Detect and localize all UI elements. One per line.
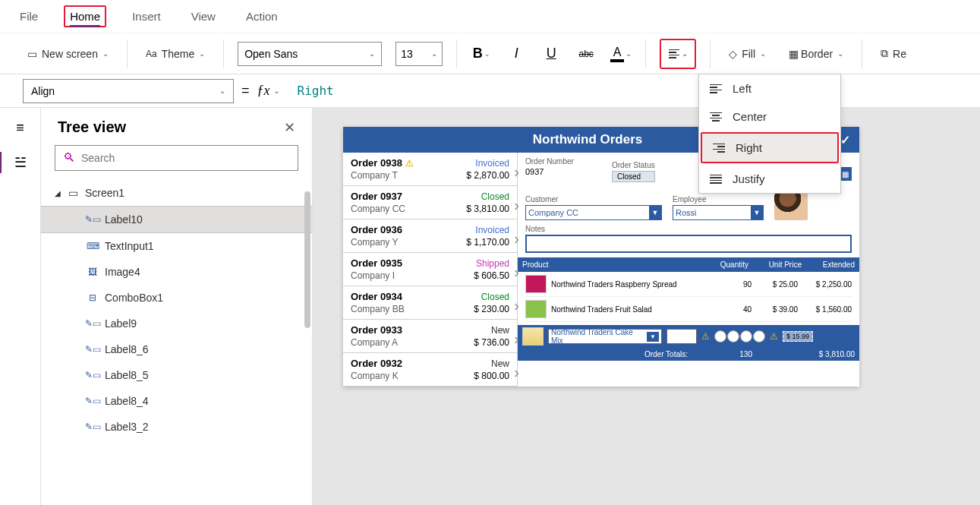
theme-button[interactable]: Aа Theme ⌄ bbox=[141, 45, 210, 63]
warning-icon: ⚠ bbox=[405, 158, 414, 169]
align-center-option[interactable]: Center bbox=[699, 103, 840, 131]
font-family-select[interactable]: Open Sans ⌄ bbox=[238, 42, 382, 66]
tree-node[interactable]: ✎▭Label9 bbox=[41, 311, 312, 336]
equals-sign: = bbox=[241, 83, 250, 99]
separator bbox=[862, 39, 862, 68]
align-dropdown-menu: Left Center Right Justify bbox=[698, 74, 841, 194]
tree-view-icon[interactable]: ☱ bbox=[11, 153, 30, 172]
label-icon: ✎▭ bbox=[87, 343, 99, 355]
order-row[interactable]: Order 0934 Company BBClosed$ 230.00› bbox=[343, 286, 517, 320]
new-screen-button[interactable]: ▭ New screen ⌄ bbox=[23, 45, 113, 63]
align-right-option[interactable]: Right bbox=[701, 132, 839, 163]
font-size-select[interactable]: 13 ⌄ bbox=[395, 42, 443, 66]
fill-button[interactable]: ◇ Fill ⌄ bbox=[724, 45, 770, 63]
underline-button[interactable]: U bbox=[540, 43, 562, 65]
tree-list: ◢ ▭ Screen1 ✎▭Label10⌨TextInput1🖼Image4⊟… bbox=[41, 180, 312, 440]
font-family-value: Open Sans bbox=[244, 48, 298, 60]
order-row[interactable]: Order 0937 Company CCClosed$ 3,810.00› bbox=[343, 186, 517, 219]
employee-value: Rossi bbox=[676, 208, 697, 217]
tree-node[interactable]: ✎▭Label10 bbox=[41, 206, 312, 233]
canvas: Northwind Orders ✕ ✓ Order 0938 ⚠Company… bbox=[313, 108, 980, 505]
order-row[interactable]: Order 0932 Company KNew$ 800.00› bbox=[343, 353, 517, 387]
font-color-button[interactable]: A ⌄ bbox=[610, 43, 632, 65]
label-icon: ✎▭ bbox=[87, 213, 99, 226]
tree-node[interactable]: ✎▭Label3_2 bbox=[41, 414, 312, 440]
menu-home[interactable]: Home bbox=[64, 5, 106, 27]
confirm-icon[interactable]: ✓ bbox=[840, 133, 850, 147]
order-name: Order 0932 bbox=[351, 358, 402, 369]
grid-header: Product Quantity Unit Price Extended bbox=[518, 257, 859, 272]
tree-node[interactable]: ✎▭Label8_5 bbox=[41, 362, 312, 388]
align-center-icon bbox=[710, 112, 722, 122]
tree-node[interactable]: ⌨TextInput1 bbox=[41, 233, 312, 259]
order-status-label: Order Status bbox=[612, 161, 655, 169]
align-left-option[interactable]: Left bbox=[699, 74, 840, 103]
tree-search[interactable]: 🔍︎ bbox=[55, 145, 298, 171]
separator bbox=[223, 39, 224, 68]
strikethrough-button[interactable]: abc bbox=[575, 43, 597, 65]
node-label: Label3_2 bbox=[105, 421, 149, 433]
chevron-right-icon: › bbox=[514, 297, 519, 314]
qty-input[interactable] bbox=[666, 329, 697, 344]
order-row[interactable]: Order 0935 Company IShipped$ 606.50› bbox=[343, 253, 517, 286]
tree-node[interactable]: ✎▭Label8_4 bbox=[41, 388, 312, 414]
order-name: Order 0936 bbox=[351, 224, 402, 235]
grid-row: Northwind Traders Fruit Salad40$ 39.00$ … bbox=[525, 297, 852, 322]
product-ext: $ 1,560.00 bbox=[802, 305, 852, 314]
menu-action[interactable]: Action bbox=[241, 7, 282, 26]
fx-label: ƒx ⌄ bbox=[257, 83, 279, 99]
bold-button[interactable]: B⌄ bbox=[471, 43, 492, 65]
tree-node-screen[interactable]: ◢ ▭ Screen1 bbox=[41, 180, 312, 206]
chevron-right-icon: › bbox=[514, 330, 519, 348]
stepper-controls[interactable] bbox=[714, 330, 765, 342]
align-dropdown-button[interactable]: ⌄ bbox=[660, 39, 696, 69]
order-status: Shipped bbox=[476, 258, 509, 269]
new-screen-label: New screen bbox=[42, 48, 98, 60]
property-value: Align bbox=[31, 85, 55, 97]
notes-input[interactable] bbox=[525, 235, 852, 253]
hdr-ext: Extended bbox=[802, 260, 855, 269]
order-row[interactable]: Order 0938 ⚠Company TInvoiced$ 2,870.00› bbox=[343, 153, 517, 186]
search-input[interactable] bbox=[81, 152, 290, 164]
tree-node[interactable]: ✎▭Label8_6 bbox=[41, 336, 312, 362]
menu-file[interactable]: File bbox=[15, 7, 43, 26]
order-status-chip: Closed bbox=[612, 171, 655, 182]
property-select[interactable]: Align ⌄ bbox=[23, 79, 234, 103]
scrollbar-thumb[interactable] bbox=[304, 191, 310, 328]
screen-icon: ▭ bbox=[67, 187, 79, 199]
product-qty: 40 bbox=[710, 305, 752, 314]
align-justify-option[interactable]: Justify bbox=[699, 165, 840, 193]
tree-node[interactable]: 🖼Image4 bbox=[41, 259, 312, 285]
fill-label: Fill bbox=[742, 48, 755, 60]
tree-node[interactable]: ⊟ComboBox1 bbox=[41, 285, 312, 311]
node-label: Label8_5 bbox=[105, 369, 149, 381]
node-label: Label8_6 bbox=[105, 343, 149, 355]
employee-label: Employee bbox=[673, 195, 764, 204]
customer-value: Company CC bbox=[528, 208, 578, 217]
menu-insert[interactable]: Insert bbox=[128, 7, 165, 26]
hdr-qty: Quantity bbox=[695, 260, 748, 269]
customer-combo[interactable]: Company CC▼ bbox=[525, 205, 662, 220]
align-left-icon bbox=[710, 84, 722, 93]
order-company: Company CC bbox=[351, 204, 405, 214]
grid-row: Northwind Traders Raspberry Spread90$ 25… bbox=[525, 272, 852, 297]
order-number-value: 0937 bbox=[525, 167, 601, 182]
border-button[interactable]: ▦ Border ⌄ bbox=[784, 45, 848, 63]
formula-value[interactable]: Right bbox=[298, 84, 334, 98]
label-icon: ✎▭ bbox=[87, 395, 99, 407]
chevron-down-icon: ⌄ bbox=[837, 49, 843, 58]
employee-combo[interactable]: Rossi▼ bbox=[673, 205, 764, 220]
collapse-icon[interactable]: ◢ bbox=[55, 189, 61, 197]
close-icon[interactable]: ✕ bbox=[284, 119, 295, 136]
chevron-down-icon: ⌄ bbox=[431, 49, 437, 58]
product-combo[interactable]: Northwind Traders Cake Mix▼ bbox=[548, 329, 662, 344]
product-image bbox=[522, 327, 544, 346]
reorder-button[interactable]: ⧉ Re bbox=[876, 44, 911, 63]
order-row[interactable]: Order 0933 Company ANew$ 736.00› bbox=[343, 320, 517, 353]
edit-product-value: Northwind Traders Cake Mix bbox=[551, 328, 647, 345]
italic-button[interactable]: I bbox=[506, 43, 527, 65]
order-name: Order 0938 ⚠ bbox=[351, 157, 414, 169]
order-row[interactable]: Order 0936 Company YInvoiced$ 1,170.00› bbox=[343, 219, 517, 253]
hamburger-icon[interactable]: ≡ bbox=[11, 118, 30, 137]
menu-view[interactable]: View bbox=[187, 7, 220, 26]
